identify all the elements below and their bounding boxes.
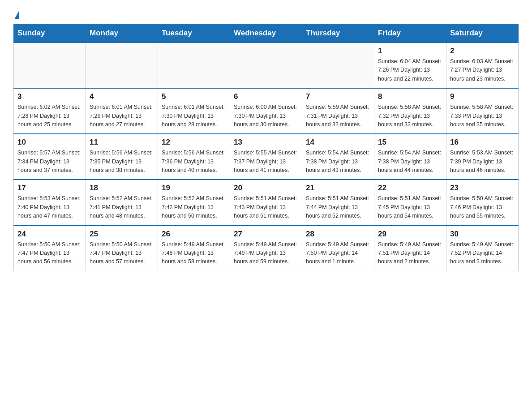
calendar-cell: 5Sunrise: 6:01 AM Sunset: 7:30 PM Daylig…: [158, 88, 230, 134]
day-info: Sunrise: 5:54 AM Sunset: 7:38 PM Dayligh…: [378, 149, 442, 175]
calendar-cell: 20Sunrise: 5:51 AM Sunset: 7:43 PM Dayli…: [230, 180, 302, 225]
day-number: 2: [450, 47, 515, 56]
calendar-cell: 1Sunrise: 6:04 AM Sunset: 7:26 PM Daylig…: [374, 43, 446, 88]
calendar-cell: 11Sunrise: 5:56 AM Sunset: 7:35 PM Dayli…: [86, 134, 158, 180]
calendar-cell: 25Sunrise: 5:50 AM Sunset: 7:47 PM Dayli…: [86, 226, 158, 271]
day-info: Sunrise: 5:49 AM Sunset: 7:48 PM Dayligh…: [162, 240, 226, 266]
day-number: 16: [450, 138, 515, 147]
day-info: Sunrise: 5:49 AM Sunset: 7:52 PM Dayligh…: [450, 240, 515, 266]
day-number: 11: [90, 138, 154, 147]
calendar-header-monday: Monday: [86, 24, 158, 43]
day-number: 22: [378, 184, 442, 193]
day-info: Sunrise: 5:55 AM Sunset: 7:37 PM Dayligh…: [234, 149, 298, 175]
calendar-cell: 7Sunrise: 5:59 AM Sunset: 7:31 PM Daylig…: [302, 88, 374, 134]
calendar-header-friday: Friday: [374, 24, 446, 43]
day-info: Sunrise: 5:51 AM Sunset: 7:44 PM Dayligh…: [306, 194, 370, 220]
day-info: Sunrise: 5:56 AM Sunset: 7:36 PM Dayligh…: [162, 149, 226, 175]
day-number: 21: [306, 184, 370, 193]
day-info: Sunrise: 5:51 AM Sunset: 7:45 PM Dayligh…: [378, 194, 442, 220]
calendar-cell: 26Sunrise: 5:49 AM Sunset: 7:48 PM Dayli…: [158, 226, 230, 271]
day-number: 19: [162, 184, 226, 193]
calendar-cell: 29Sunrise: 5:49 AM Sunset: 7:51 PM Dayli…: [374, 226, 446, 271]
day-number: 24: [17, 230, 82, 239]
day-number: 8: [378, 92, 442, 101]
calendar-cell: 24Sunrise: 5:50 AM Sunset: 7:47 PM Dayli…: [14, 226, 86, 271]
day-info: Sunrise: 5:50 AM Sunset: 7:47 PM Dayligh…: [90, 240, 154, 266]
logo-triangle-icon: [14, 11, 19, 19]
day-number: 14: [306, 138, 370, 147]
calendar-cell: [158, 43, 230, 88]
day-number: 18: [90, 184, 154, 193]
day-number: 1: [378, 47, 442, 56]
calendar-cell: 3Sunrise: 6:02 AM Sunset: 7:28 PM Daylig…: [14, 88, 86, 134]
calendar-header-tuesday: Tuesday: [158, 24, 230, 43]
calendar-header-thursday: Thursday: [302, 24, 374, 43]
calendar-cell: 18Sunrise: 5:52 AM Sunset: 7:41 PM Dayli…: [86, 180, 158, 225]
calendar-cell: 21Sunrise: 5:51 AM Sunset: 7:44 PM Dayli…: [302, 180, 374, 225]
calendar-cell: [230, 43, 302, 88]
day-info: Sunrise: 5:58 AM Sunset: 7:33 PM Dayligh…: [450, 103, 515, 129]
day-number: 6: [234, 92, 298, 101]
calendar-cell: 13Sunrise: 5:55 AM Sunset: 7:37 PM Dayli…: [230, 134, 302, 180]
calendar-week-row: 10Sunrise: 5:57 AM Sunset: 7:34 PM Dayli…: [14, 134, 519, 180]
day-info: Sunrise: 5:59 AM Sunset: 7:31 PM Dayligh…: [306, 103, 370, 129]
calendar-cell: [86, 43, 158, 88]
day-info: Sunrise: 5:53 AM Sunset: 7:40 PM Dayligh…: [17, 194, 82, 220]
day-number: 23: [450, 184, 515, 193]
day-info: Sunrise: 5:50 AM Sunset: 7:47 PM Dayligh…: [17, 240, 82, 266]
day-number: 29: [378, 230, 442, 239]
calendar-cell: 16Sunrise: 5:53 AM Sunset: 7:39 PM Dayli…: [446, 134, 519, 180]
day-number: 25: [90, 230, 154, 239]
day-info: Sunrise: 5:49 AM Sunset: 7:50 PM Dayligh…: [306, 240, 370, 266]
day-info: Sunrise: 6:01 AM Sunset: 7:30 PM Dayligh…: [162, 103, 226, 129]
day-number: 28: [306, 230, 370, 239]
day-info: Sunrise: 5:53 AM Sunset: 7:39 PM Dayligh…: [450, 149, 515, 175]
day-info: Sunrise: 6:00 AM Sunset: 7:30 PM Dayligh…: [234, 103, 298, 129]
calendar-week-row: 3Sunrise: 6:02 AM Sunset: 7:28 PM Daylig…: [14, 88, 519, 134]
calendar-cell: 22Sunrise: 5:51 AM Sunset: 7:45 PM Dayli…: [374, 180, 446, 225]
day-number: 30: [450, 230, 515, 239]
day-info: Sunrise: 6:01 AM Sunset: 7:29 PM Dayligh…: [90, 103, 154, 129]
calendar-header-row: SundayMondayTuesdayWednesdayThursdayFrid…: [14, 24, 519, 43]
calendar-cell: 23Sunrise: 5:50 AM Sunset: 7:46 PM Dayli…: [446, 180, 519, 225]
day-number: 9: [450, 92, 515, 101]
calendar-cell: [14, 43, 86, 88]
day-info: Sunrise: 5:50 AM Sunset: 7:46 PM Dayligh…: [450, 194, 515, 220]
day-info: Sunrise: 6:03 AM Sunset: 7:27 PM Dayligh…: [450, 57, 515, 83]
calendar-cell: 19Sunrise: 5:52 AM Sunset: 7:42 PM Dayli…: [158, 180, 230, 225]
calendar-header-saturday: Saturday: [446, 24, 519, 43]
day-number: 7: [306, 92, 370, 101]
calendar-table: SundayMondayTuesdayWednesdayThursdayFrid…: [13, 24, 519, 271]
day-info: Sunrise: 5:51 AM Sunset: 7:43 PM Dayligh…: [234, 194, 298, 220]
day-number: 12: [162, 138, 226, 147]
day-number: 17: [17, 184, 82, 193]
day-info: Sunrise: 5:58 AM Sunset: 7:32 PM Dayligh…: [378, 103, 442, 129]
day-info: Sunrise: 6:04 AM Sunset: 7:26 PM Dayligh…: [378, 57, 442, 83]
day-number: 27: [234, 230, 298, 239]
calendar-cell: 15Sunrise: 5:54 AM Sunset: 7:38 PM Dayli…: [374, 134, 446, 180]
day-info: Sunrise: 5:52 AM Sunset: 7:42 PM Dayligh…: [162, 194, 226, 220]
day-number: 3: [17, 92, 82, 101]
day-number: 5: [162, 92, 226, 101]
calendar-cell: 6Sunrise: 6:00 AM Sunset: 7:30 PM Daylig…: [230, 88, 302, 134]
calendar-cell: 2Sunrise: 6:03 AM Sunset: 7:27 PM Daylig…: [446, 43, 519, 88]
day-info: Sunrise: 5:54 AM Sunset: 7:38 PM Dayligh…: [306, 149, 370, 175]
calendar-header-sunday: Sunday: [14, 24, 86, 43]
calendar-cell: 28Sunrise: 5:49 AM Sunset: 7:50 PM Dayli…: [302, 226, 374, 271]
day-info: Sunrise: 5:57 AM Sunset: 7:34 PM Dayligh…: [17, 149, 82, 175]
calendar-cell: 17Sunrise: 5:53 AM Sunset: 7:40 PM Dayli…: [14, 180, 86, 225]
calendar-cell: 4Sunrise: 6:01 AM Sunset: 7:29 PM Daylig…: [86, 88, 158, 134]
day-info: Sunrise: 5:49 AM Sunset: 7:51 PM Dayligh…: [378, 240, 442, 266]
calendar-header-wednesday: Wednesday: [230, 24, 302, 43]
calendar-cell: 30Sunrise: 5:49 AM Sunset: 7:52 PM Dayli…: [446, 226, 519, 271]
calendar-cell: 12Sunrise: 5:56 AM Sunset: 7:36 PM Dayli…: [158, 134, 230, 180]
day-info: Sunrise: 5:52 AM Sunset: 7:41 PM Dayligh…: [90, 194, 154, 220]
calendar-cell: 8Sunrise: 5:58 AM Sunset: 7:32 PM Daylig…: [374, 88, 446, 134]
day-info: Sunrise: 5:56 AM Sunset: 7:35 PM Dayligh…: [90, 149, 154, 175]
logo: [13, 9, 19, 19]
calendar-week-row: 24Sunrise: 5:50 AM Sunset: 7:47 PM Dayli…: [14, 226, 519, 271]
day-number: 15: [378, 138, 442, 147]
calendar-cell: 10Sunrise: 5:57 AM Sunset: 7:34 PM Dayli…: [14, 134, 86, 180]
day-number: 26: [162, 230, 226, 239]
calendar-cell: 27Sunrise: 5:49 AM Sunset: 7:49 PM Dayli…: [230, 226, 302, 271]
